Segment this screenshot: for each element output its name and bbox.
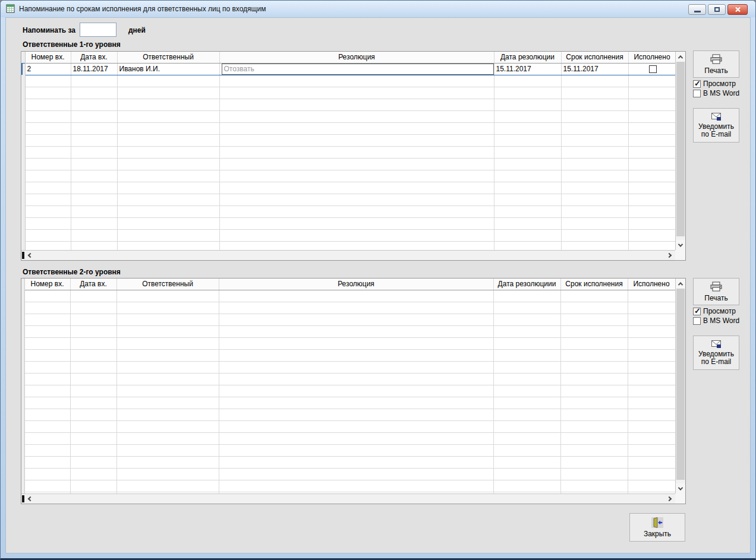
close-window-button[interactable]: [727, 4, 748, 15]
empty-table-row: [21, 337, 675, 349]
empty-cell-resolution-date: [493, 385, 560, 397]
empty-cell-incoming-date: [70, 444, 116, 456]
msword-checkbox-level2[interactable]: В MS Word: [693, 317, 739, 325]
cell-incoming-date[interactable]: 18.11.2017: [71, 63, 117, 75]
row-done-checkbox[interactable]: [649, 65, 657, 73]
scroll-up-button[interactable]: [676, 52, 685, 62]
print-button-level1[interactable]: Печать: [693, 50, 739, 78]
title-bar[interactable]: Напоминание по срокам исполнения для отв…: [1, 1, 755, 17]
empty-table-row: [22, 110, 675, 122]
empty-table-row: [22, 217, 675, 229]
empty-cell-resolution-date: [494, 170, 561, 182]
cell-resolution[interactable]: Отозвать: [219, 63, 494, 75]
empty-cell-execution-deadline: [561, 205, 628, 217]
empty-cell-resolution: [219, 409, 493, 420]
empty-cell-done: [628, 110, 675, 122]
empty-cell-incoming-date: [71, 205, 117, 217]
cell-responsible[interactable]: Иванов И.И.: [117, 63, 219, 75]
empty-cell-resolution: [219, 385, 493, 397]
empty-cell-done: [628, 241, 675, 250]
checkbox-icon[interactable]: [693, 308, 701, 315]
grid-header-row: Номер вх.Дата вх.ОтветственныйРезолюцияД…: [21, 279, 675, 290]
maximize-button[interactable]: [708, 4, 726, 15]
empty-cell-done: [628, 182, 675, 194]
print-button-label: Печать: [704, 294, 727, 302]
scroll-right-button[interactable]: [665, 494, 673, 504]
scroll-left-button[interactable]: [26, 251, 34, 260]
empty-cell-done: [628, 194, 675, 205]
empty-cell-incoming-number: [25, 134, 71, 146]
column-header-done[interactable]: Исполнено: [628, 52, 675, 63]
scroll-right-button[interactable]: [665, 251, 673, 260]
column-header-resolution-date[interactable]: Дата резолюциии: [493, 279, 560, 290]
scroll-down-button[interactable]: [676, 240, 685, 250]
empty-cell-resolution-date: [493, 409, 560, 420]
column-header-resolution-date[interactable]: Дата резолюции: [494, 52, 561, 63]
empty-cell-responsible: [117, 170, 219, 182]
horizontal-scroll-thumb[interactable]: [22, 495, 24, 502]
empty-cell-incoming-date: [70, 314, 116, 325]
column-header-responsible[interactable]: Ответственный: [116, 279, 219, 290]
horizontal-scrollbar[interactable]: [21, 250, 675, 260]
cell-execution-deadline[interactable]: 15.11.2017: [561, 63, 628, 75]
column-header-responsible[interactable]: Ответственный: [117, 52, 219, 63]
scroll-up-button[interactable]: [676, 279, 685, 289]
checkbox-icon[interactable]: [693, 90, 701, 97]
cell-done[interactable]: [628, 63, 675, 75]
empty-cell-responsible: [116, 302, 219, 314]
cell-resolution-date[interactable]: 15.11.2017: [494, 63, 561, 75]
resolution-editor[interactable]: Отозвать: [222, 64, 494, 75]
column-header-execution-deadline[interactable]: Срок исполнения: [560, 279, 628, 290]
scrollbar-corner: [675, 493, 685, 504]
vertical-scrollbar[interactable]: [675, 279, 685, 493]
column-header-resolution[interactable]: Резолюция: [219, 52, 494, 63]
empty-cell-done: [628, 432, 675, 444]
section-1-title: Ответственные 1-го уровня: [23, 40, 121, 49]
cell-incoming-number[interactable]: 2: [25, 63, 71, 75]
column-header-incoming-date[interactable]: Дата вх.: [70, 279, 116, 290]
preview-checkbox-label: Просмотр: [703, 80, 736, 88]
vertical-scroll-thumb[interactable]: [676, 289, 685, 480]
empty-cell-execution-deadline: [560, 420, 628, 432]
empty-cell-resolution: [219, 420, 493, 432]
notify-email-button-level1[interactable]: Уведомить по E-mail: [693, 108, 739, 143]
vertical-scrollbar[interactable]: [675, 52, 685, 250]
preview-checkbox-level1[interactable]: Просмотр: [693, 80, 736, 88]
table-row[interactable]: 218.11.2017Иванов И.И.Отозвать15.11.2017…: [22, 63, 675, 75]
empty-cell-incoming-number: [24, 385, 70, 397]
scroll-down-button[interactable]: [676, 483, 685, 493]
horizontal-scroll-thumb[interactable]: [22, 252, 24, 259]
checkbox-icon[interactable]: [693, 80, 701, 88]
preview-checkbox-level2[interactable]: Просмотр: [693, 307, 736, 315]
empty-cell-resolution-date: [493, 444, 560, 456]
notify-email-button-level2[interactable]: Уведомить по E-mail: [693, 336, 739, 370]
column-header-incoming-number[interactable]: Номер вх.: [25, 52, 71, 63]
minimize-button[interactable]: [688, 4, 706, 15]
empty-cell-execution-deadline: [560, 290, 628, 302]
column-header-resolution[interactable]: Резолюция: [219, 279, 493, 290]
reminder-days-input[interactable]: [80, 23, 116, 37]
empty-cell-incoming-date: [71, 134, 117, 146]
empty-cell-done: [628, 158, 675, 170]
msword-checkbox-level1[interactable]: В MS Word: [693, 89, 739, 97]
column-header-execution-deadline[interactable]: Срок исполнения: [561, 52, 628, 63]
horizontal-scrollbar[interactable]: [21, 493, 675, 504]
empty-cell-resolution: [219, 241, 494, 250]
empty-cell-execution-deadline: [561, 75, 628, 87]
empty-cell-resolution-date: [494, 241, 561, 250]
column-header-incoming-number[interactable]: Номер вх.: [24, 279, 70, 290]
empty-cell-responsible: [117, 241, 219, 250]
print-button-level2[interactable]: Печать: [693, 278, 739, 305]
scroll-left-button[interactable]: [26, 494, 34, 504]
empty-table-row: [21, 397, 675, 409]
vertical-scroll-thumb[interactable]: [676, 62, 685, 236]
column-header-incoming-date[interactable]: Дата вх.: [71, 52, 117, 63]
empty-cell-resolution: [219, 122, 494, 134]
column-header-done[interactable]: Исполнено: [628, 279, 675, 290]
empty-cell-resolution-date: [493, 361, 560, 373]
checkbox-icon[interactable]: [693, 317, 701, 325]
empty-cell-resolution-date: [494, 182, 561, 194]
close-dialog-button[interactable]: Закрыть: [629, 513, 685, 542]
empty-cell-resolution: [219, 146, 494, 158]
empty-cell-resolution: [219, 397, 493, 409]
